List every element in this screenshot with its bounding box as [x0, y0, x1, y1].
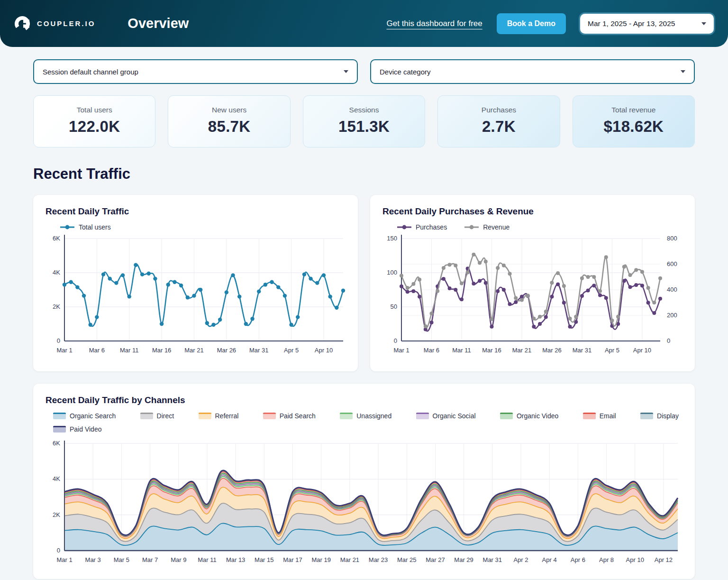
- date-range-value: Mar 1, 2025 - Apr 13, 2025: [588, 19, 675, 28]
- axis-tick-label: Mar 5: [114, 556, 129, 563]
- filter-label: Device category: [380, 68, 431, 76]
- axis-tick-label: Mar 23: [369, 556, 388, 563]
- axis-tick-label: 6K: [53, 440, 60, 447]
- traffic-by-channels-card: Recent Daily Traffic by Channels Organic…: [33, 384, 695, 579]
- chevron-down-icon: [344, 70, 348, 73]
- legend-item: Organic Search: [53, 412, 116, 420]
- line-chart-svg: Mar 1Mar 6Mar 11Mar 16Mar 21Mar 26Mar 31…: [46, 231, 346, 360]
- channel-group-filter[interactable]: Session default channel group: [33, 59, 358, 84]
- axis-tick-label: Mar 27: [426, 556, 445, 563]
- axis-tick-label: Apr 10: [633, 347, 651, 354]
- axis-tick-label: 4K: [53, 475, 60, 482]
- axis-tick-label: Apr 4: [542, 556, 557, 563]
- legend-label: Unassigned: [356, 412, 391, 420]
- legend-label: Purchases: [416, 223, 447, 231]
- filters-row: Session default channel group Device cat…: [0, 47, 728, 84]
- kpi-row: Total users122.0KNew users85.7KSessions1…: [0, 84, 728, 147]
- kpi-card: Purchases2.7K: [437, 95, 560, 147]
- legend-item: Referral: [199, 412, 239, 420]
- axis-tick-label: 0: [394, 337, 397, 344]
- axis-tick-label: Mar 21: [184, 347, 203, 354]
- axis-tick-label: Mar 3: [85, 556, 101, 563]
- axis-tick-label: Mar 26: [217, 347, 236, 354]
- kpi-label: Total users: [34, 106, 155, 114]
- axis-tick-label: Mar 9: [171, 556, 186, 563]
- legend-item: Display: [640, 412, 679, 420]
- legend-label: Paid Video: [70, 425, 101, 433]
- kpi-card: Total revenue$18.62K: [573, 95, 695, 147]
- axis-tick-label: Apr 12: [655, 556, 673, 563]
- legend-swatch-icon: [199, 413, 211, 419]
- chart-legend: Organic SearchDirectReferralPaid SearchU…: [53, 412, 679, 433]
- axis-tick-label: Mar 26: [542, 347, 561, 354]
- legend-swatch-icon: [53, 426, 66, 433]
- brand-name: COUPLER.IO: [37, 19, 95, 28]
- kpi-label: Sessions: [303, 106, 425, 114]
- chevron-down-icon: [701, 22, 706, 25]
- axis-tick-label: Apr 5: [284, 347, 299, 354]
- kpi-value: 85.7K: [168, 118, 290, 136]
- axis-tick-label: Mar 7: [142, 556, 158, 563]
- axis-tick-label: Mar 31: [249, 347, 268, 354]
- legend-item: Paid Video: [53, 425, 101, 433]
- book-demo-button[interactable]: Book a Demo: [497, 13, 566, 34]
- axis-tick-label: Mar 19: [311, 556, 330, 563]
- axis-tick-label: Mar 13: [226, 556, 245, 563]
- brand-logo: COUPLER.IO: [14, 15, 95, 32]
- kpi-card: New users85.7K: [168, 95, 290, 147]
- legend-label: Total users: [79, 223, 111, 231]
- axis-tick-label: Apr 8: [599, 556, 614, 563]
- date-range-select[interactable]: Mar 1, 2025 - Apr 13, 2025: [580, 14, 714, 34]
- app-header: COUPLER.IO Overview Get this dashboard f…: [0, 0, 728, 47]
- legend-swatch-icon: [583, 413, 596, 419]
- dual-axis-chart-svg: Mar 1Mar 6Mar 11Mar 16Mar 21Mar 26Mar 31…: [382, 231, 683, 360]
- legend-swatch-icon: [464, 225, 479, 230]
- axis-tick-label: Mar 31: [573, 347, 592, 354]
- legend-swatch-icon: [340, 413, 353, 419]
- axis-tick-label: Mar 17: [283, 556, 302, 563]
- axis-tick-label: 2K: [53, 303, 60, 310]
- legend-swatch-icon: [140, 413, 153, 419]
- legend-swatch-icon: [397, 225, 412, 230]
- kpi-label: Total revenue: [573, 106, 694, 114]
- axis-tick-label: 150: [387, 235, 397, 242]
- device-category-filter[interactable]: Device category: [370, 59, 695, 84]
- chart-title: Recent Daily Traffic by Channels: [46, 395, 682, 405]
- axis-tick-label: Mar 11: [120, 347, 139, 354]
- section-title: Recent Traffic: [33, 166, 695, 183]
- legend-swatch-icon: [416, 413, 429, 419]
- axis-tick-label: 600: [667, 260, 677, 267]
- axis-tick-label: Mar 6: [424, 347, 439, 354]
- axis-tick-label: Mar 1: [56, 347, 72, 354]
- legend-row: Paid Video: [53, 425, 679, 433]
- kpi-value: 151.3K: [303, 118, 425, 136]
- axis-tick-label: Mar 21: [512, 347, 531, 354]
- kpi-card: Sessions151.3K: [303, 95, 425, 147]
- page-title: Overview: [127, 16, 189, 31]
- kpi-value: $18.62K: [573, 118, 694, 136]
- legend-item: Organic Social: [416, 412, 476, 420]
- daily-traffic-chart: Mar 1Mar 6Mar 11Mar 16Mar 21Mar 26Mar 31…: [46, 231, 346, 360]
- legend-label: Referral: [215, 412, 239, 420]
- legend-item: Email: [583, 412, 616, 420]
- axis-tick-label: 400: [667, 286, 677, 293]
- header-actions: Get this dashboard for free Book a Demo …: [387, 13, 714, 34]
- axis-tick-label: 2K: [53, 511, 60, 518]
- axis-tick-label: Mar 31: [483, 556, 502, 563]
- dashboard-page: COUPLER.IO Overview Get this dashboard f…: [0, 0, 728, 580]
- axis-tick-label: 0: [667, 337, 670, 344]
- get-dashboard-link[interactable]: Get this dashboard for free: [387, 19, 482, 28]
- legend-item: Total users: [60, 223, 111, 231]
- legend-label: Paid Search: [280, 412, 316, 420]
- axis-tick-label: Mar 15: [255, 556, 273, 563]
- axis-tick-label: Mar 1: [56, 556, 72, 563]
- legend-swatch-icon: [60, 225, 75, 230]
- axis-tick-label: Mar 16: [482, 347, 501, 354]
- legend-item: Organic Video: [500, 412, 558, 420]
- legend-item: Paid Search: [263, 412, 316, 420]
- chart-title: Recent Daily Purchases & Revenue: [382, 206, 682, 217]
- axis-tick-label: Mar 25: [397, 556, 416, 563]
- axis-tick-label: 800: [667, 235, 677, 242]
- legend-label: Display: [657, 412, 679, 420]
- kpi-label: New users: [168, 106, 290, 114]
